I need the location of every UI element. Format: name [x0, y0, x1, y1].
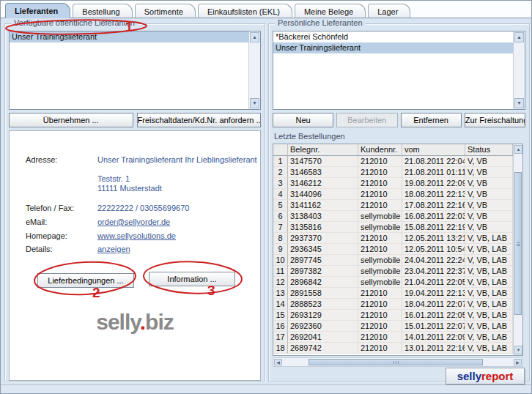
cell-belegnr: 3135816 — [288, 222, 358, 233]
content-area: Verfügbare öffentliche Lieferanten Unser… — [1, 18, 531, 385]
email-link[interactable]: order@sellyorder.de — [97, 218, 170, 226]
table-row[interactable]: 17 2692041 212010 14.01.2011 22:09 V, VB… — [273, 332, 513, 343]
cell-rownum: 3 — [273, 178, 288, 189]
logo-dot: . — [140, 310, 145, 334]
table-row[interactable]: 2 3146583 212010 21.08.2011 01:11 V, VB — [273, 167, 513, 178]
cell-belegnr: 2693129 — [288, 310, 358, 321]
cell-status: V, VB, LAB — [465, 310, 513, 321]
details-show-link[interactable]: anzeigen — [97, 245, 130, 253]
public-suppliers-list[interactable]: Unser Trainingslieferant ▲ ▼ — [9, 31, 261, 110]
public-suppliers-items: Unser Trainingslieferant — [10, 31, 248, 109]
cell-rownum: 10 — [273, 255, 288, 266]
table-row[interactable]: 7 3135816 sellymobile 15.08.2011 22:19 V… — [273, 222, 513, 233]
scrollbar-thumb[interactable] — [514, 172, 522, 315]
table-row[interactable]: 8 2937370 212010 12.05.2011 13:21 V, VB,… — [273, 233, 513, 244]
list-scrollbar[interactable]: ▲ ▼ — [248, 31, 260, 109]
tab[interactable]: Lieferanten — [5, 3, 70, 18]
tab[interactable]: Bestellung — [73, 4, 132, 18]
delivery-terms-button[interactable]: Lieferbedingungen ... — [37, 273, 134, 288]
personal-supplier-button[interactable]: Entfernen — [401, 113, 462, 127]
scroll-down-icon[interactable]: ▼ — [514, 98, 524, 108]
public-supplier-button[interactable]: Übernehmen ... — [9, 113, 133, 127]
cell-rownum: 2 — [273, 167, 288, 178]
public-suppliers-buttons: Übernehmen ...Freischaltdaten/Kd.Nr. anf… — [9, 113, 261, 127]
thumb-grip-icon — [517, 244, 520, 245]
app-window: LieferantenBestellungSortimenteEinkaufsl… — [0, 0, 532, 394]
cell-status: V, VB — [465, 167, 513, 178]
scroll-down-icon[interactable]: ▼ — [250, 98, 259, 108]
cell-vom: 12.05.2011 10:54 — [402, 244, 465, 255]
column-header-status[interactable]: Status — [465, 144, 513, 155]
cell-status: V, VB, LAB — [465, 299, 513, 310]
table-row[interactable]: 12 2896842 sellymobile 21.04.2011 22:05 … — [273, 277, 513, 288]
scroll-down-icon[interactable]: ▼ — [514, 346, 522, 354]
cell-kundennr: sellymobile — [358, 211, 402, 222]
table-row[interactable]: 9 2936345 212010 12.05.2011 10:54 V, VB,… — [273, 244, 513, 255]
list-item[interactable]: Unser Trainingslieferant — [273, 42, 513, 53]
scroll-up-icon[interactable]: ▲ — [514, 32, 524, 42]
personal-suppliers-panel: Persönliche Lieferanten *Bäckerei Schönf… — [268, 23, 530, 382]
tab[interactable]: Sortimente — [135, 4, 196, 18]
table-row[interactable]: 15 2693129 212010 16.01.2011 22:05 V, VB… — [273, 310, 513, 321]
personal-supplier-button[interactable]: Zur Freischaltung — [465, 113, 525, 127]
scroll-right-icon[interactable]: ▶ — [514, 359, 522, 365]
public-supplier-button[interactable]: Freischaltdaten/Kd.Nr. anfordern ... — [137, 113, 262, 127]
cell-kundennr: 212010 — [358, 156, 402, 167]
table-row[interactable]: 14 2888523 212010 18.04.2011 22:07 V, VB… — [273, 299, 513, 310]
table-row[interactable]: 1 3147570 212010 21.08.2011 22:04 V, VB — [273, 156, 513, 167]
tab[interactable]: Lager — [368, 4, 410, 18]
cell-belegnr: 3144096 — [288, 189, 358, 200]
table-row[interactable]: 4 3144096 212010 18.08.2011 22:13 V, VB — [273, 189, 513, 200]
table-horizontal-scrollbar[interactable]: ◀ ▶ — [273, 357, 523, 367]
cell-belegnr: 3146583 — [288, 167, 358, 178]
address-label: Adresse: — [26, 155, 57, 164]
homepage-link[interactable]: www.sellysolutions.de — [97, 231, 176, 240]
cell-status: V, VB — [465, 178, 513, 189]
cell-rownum: 14 — [273, 299, 288, 310]
personal-suppliers-list[interactable]: *Bäckerei SchönfeldUnser Trainingsliefer… — [273, 31, 525, 110]
scroll-up-icon[interactable]: ▲ — [250, 32, 259, 42]
cell-vom: 14.01.2011 22:09 — [402, 332, 465, 343]
cell-status: V, VB — [465, 211, 513, 222]
scroll-left-icon[interactable]: ◀ — [274, 359, 282, 365]
tab[interactable]: Meine Belege — [295, 4, 366, 18]
personal-supplier-button[interactable]: Neu — [273, 113, 333, 127]
table-row[interactable]: 10 2897745 sellymobile 24.04.2011 22:24 … — [273, 255, 513, 266]
column-header-rownum[interactable] — [273, 144, 288, 155]
table-vertical-scrollbar[interactable]: ▲ ▼ — [513, 144, 522, 355]
cell-rownum: 13 — [273, 288, 288, 299]
list-item[interactable]: *Bäckerei Schönfeld — [273, 31, 513, 42]
orders-table-header: Belegnr. Kundennr. vom Status — [273, 144, 513, 156]
table-row[interactable]: 5 3141162 212010 17.08.2011 22:16 V, VB — [273, 200, 513, 211]
cell-vom: 23.04.2011 22:37 — [402, 266, 465, 277]
table-row[interactable]: 3 3146212 212010 19.08.2011 22:09 V, VB — [273, 178, 513, 189]
sellyreport-button[interactable]: sellyreport — [446, 368, 525, 384]
cell-rownum: 12 — [273, 277, 288, 288]
cell-rownum: 17 — [273, 332, 288, 343]
cell-belegnr: 2692360 — [288, 321, 358, 332]
table-row[interactable]: 11 2897382 sellymobile 23.04.2011 22:37 … — [273, 266, 513, 277]
scroll-up-icon[interactable]: ▲ — [514, 145, 522, 154]
selly-biz-logo: selly.biz — [10, 310, 260, 335]
cell-belegnr: 2897382 — [288, 266, 358, 277]
table-row[interactable]: 6 3138403 sellymobile 16.08.2011 22:03 V… — [273, 211, 513, 222]
cell-status: V, VB — [465, 200, 513, 211]
list-item[interactable]: Unser Trainingslieferant — [10, 31, 248, 42]
list-scrollbar[interactable]: ▲ ▼ — [513, 31, 525, 109]
tab[interactable]: Einkaufslisten (EKL) — [198, 4, 292, 18]
city-value: 11111 Musterstadt — [97, 184, 162, 193]
table-row[interactable]: 16 2692360 212010 15.01.2011 22:07 V, VB… — [273, 321, 513, 332]
column-header-vom[interactable]: vom — [402, 144, 465, 155]
information-button[interactable]: Information ... — [149, 272, 235, 286]
column-header-belegnr[interactable]: Belegnr. — [288, 144, 358, 155]
supplier-details-box: Adresse: Unser Trainingslieferant Ihr Li… — [9, 130, 261, 381]
thumb-grip-icon — [396, 361, 396, 364]
email-label: eMail: — [26, 218, 47, 226]
column-header-kundennr[interactable]: Kundennr. — [358, 144, 402, 155]
tab-bar: LieferantenBestellungSortimenteEinkaufsl… — [1, 1, 531, 18]
cell-status: V, VB — [465, 156, 513, 167]
table-row[interactable]: 13 2891558 212010 19.04.2011 22:13 V, VB… — [273, 288, 513, 299]
table-row[interactable]: 18 2689742 212010 13.01.2011 22:16 V, VB… — [273, 343, 513, 354]
scrollbar-thumb[interactable] — [309, 359, 483, 365]
phone-label: Telefon / Fax: — [26, 204, 74, 212]
